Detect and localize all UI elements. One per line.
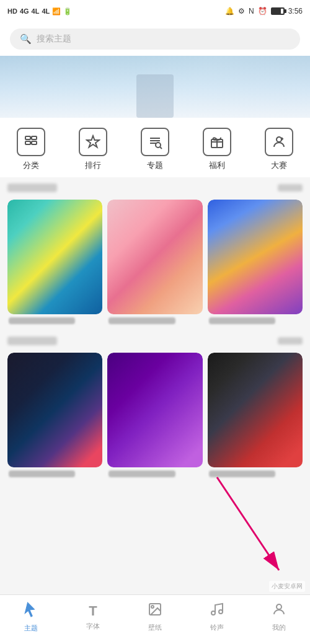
paihang-icon: [79, 128, 107, 156]
theme-image-6: [208, 353, 303, 467]
svg-rect-2: [32, 136, 37, 139]
theme-name-3: [209, 317, 275, 324]
bottom-nav-lingsheng[interactable]: 铃声: [186, 602, 248, 632]
theme-image-2: [107, 200, 202, 314]
svg-point-7: [277, 137, 281, 142]
signal-text: HD: [7, 7, 17, 15]
zhuti-icon: [23, 601, 39, 621]
theme-grid-row2: [0, 353, 310, 486]
dasai-icon: [265, 128, 293, 156]
4g-icon: 4G: [20, 7, 29, 15]
arrow-line: [217, 477, 279, 570]
section1-header: [0, 177, 310, 200]
alarm-icon: ⏰: [258, 7, 267, 15]
theme-name-1: [9, 317, 75, 324]
svg-rect-0: [25, 136, 30, 139]
bottom-nav: 主题 T 字体 壁纸 铃声: [0, 594, 310, 644]
search-bar-container: 🔍 搜索主题: [0, 22, 310, 56]
theme-card-6[interactable]: [208, 353, 303, 482]
bottom-nav-bizhi[interactable]: 壁纸: [124, 602, 186, 632]
n-icon: N: [249, 7, 254, 15]
nav-icons: 分类 排行 专题 福利: [0, 118, 310, 177]
lingsheng-label: 铃声: [210, 623, 224, 632]
bottom-nav-wode[interactable]: 我的: [248, 602, 310, 632]
fuli-icon: [203, 128, 231, 156]
bottom-nav-zhuti[interactable]: 主题: [0, 601, 62, 633]
section2-more[interactable]: [278, 337, 303, 345]
section2-title: [7, 337, 57, 345]
bizhi-label: 壁纸: [148, 623, 162, 632]
nav-item-dasai[interactable]: 大赛: [265, 128, 293, 171]
wode-icon: [272, 602, 286, 620]
paihang-label: 排行: [85, 160, 101, 171]
bizhi-icon: [148, 602, 162, 620]
fenlei-label: 分类: [23, 160, 39, 171]
theme-image-5: [107, 353, 202, 467]
svg-point-4: [156, 143, 161, 148]
theme-card-3[interactable]: [208, 200, 303, 329]
theme-card-2[interactable]: [107, 200, 202, 329]
theme-image-3: [208, 200, 303, 314]
search-icon: 🔍: [20, 33, 32, 45]
nav-item-fenlei[interactable]: 分类: [17, 128, 45, 171]
nav-item-fuli[interactable]: 福利: [203, 128, 231, 171]
watermark: 小麦安卓网: [269, 581, 305, 592]
section1-title: [7, 183, 57, 192]
nav-item-zhuanti[interactable]: 专题: [141, 128, 169, 171]
bottom-nav-ziti[interactable]: T 字体: [62, 603, 124, 631]
zhuanti-icon: [141, 128, 169, 156]
theme-name-2: [108, 317, 175, 324]
section1-more[interactable]: [278, 184, 303, 192]
battery-icon: [271, 7, 285, 15]
wode-label: 我的: [272, 623, 286, 632]
ziti-label: 字体: [86, 622, 100, 631]
svg-point-13: [277, 604, 281, 609]
status-right: 🔔 ⚙ N ⏰ 3:56: [225, 7, 303, 15]
settings-icon: ⚙: [238, 7, 245, 15]
search-input-wrap[interactable]: 🔍 搜索主题: [10, 29, 300, 50]
banner[interactable]: [0, 56, 310, 118]
ziti-icon: T: [89, 603, 97, 619]
signal-bars2: 4L: [42, 7, 50, 15]
search-placeholder: 搜索主题: [37, 33, 71, 45]
lingsheng-icon: [210, 602, 224, 620]
theme-card-1[interactable]: [7, 200, 102, 329]
status-bar: HD 4G 4L 4L 📶 🔋 🔔 ⚙ N ⏰ 3:56: [0, 0, 310, 22]
banner-figure: [136, 74, 174, 118]
status-left: HD 4G 4L 4L 📶 🔋: [7, 7, 72, 15]
signal-bars: 4L: [32, 7, 40, 15]
battery-text: 🔋: [63, 7, 72, 15]
dasai-label: 大赛: [271, 160, 287, 171]
theme-name-4: [9, 470, 75, 477]
theme-name-6: [209, 470, 275, 477]
time-display: 3:56: [288, 7, 303, 15]
theme-card-4[interactable]: [7, 353, 102, 482]
notification-icon: 🔔: [225, 7, 234, 15]
theme-card-5[interactable]: [107, 353, 202, 482]
theme-image-4: [7, 353, 102, 467]
fenlei-icon: [17, 128, 45, 156]
section2-header: [0, 333, 310, 353]
svg-rect-3: [32, 141, 37, 144]
fuli-label: 福利: [209, 160, 225, 171]
zhuti-label: 主题: [24, 624, 38, 633]
svg-point-11: [211, 611, 215, 615]
wifi-icon: 📶: [52, 7, 61, 15]
svg-point-12: [219, 610, 223, 614]
theme-image-1: [7, 200, 102, 314]
svg-point-10: [151, 606, 154, 608]
svg-rect-1: [25, 141, 30, 144]
svg-line-5: [160, 147, 162, 149]
zhuanti-label: 专题: [147, 160, 163, 171]
theme-grid-row1: [0, 200, 310, 333]
nav-item-paihang[interactable]: 排行: [79, 128, 107, 171]
theme-name-5: [108, 470, 175, 477]
